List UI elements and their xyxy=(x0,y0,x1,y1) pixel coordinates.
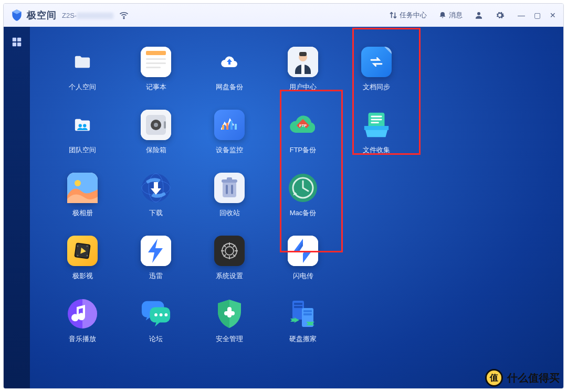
app-ftp-backup[interactable]: FTPFTP备份 xyxy=(271,105,334,168)
svg-point-48 xyxy=(77,255,79,257)
svg-rect-36 xyxy=(223,182,236,197)
app-mac-backup[interactable]: Mac备份 xyxy=(271,168,334,231)
app-window: 极空间 Z2S- 任务中心 消息 — ▢ ✕ xyxy=(3,3,564,389)
messages-label: 消息 xyxy=(449,10,463,20)
app-label: 闪电传 xyxy=(293,271,313,281)
app-notepad[interactable]: 记事本 xyxy=(124,43,187,105)
svg-line-57 xyxy=(224,245,226,247)
brand-text: 极空间 xyxy=(27,9,57,22)
svg-rect-40 xyxy=(231,185,233,194)
security-mgmt-icon xyxy=(214,299,245,329)
svg-text:FTP: FTP xyxy=(299,123,307,128)
app-label: 下载 xyxy=(149,208,163,218)
app-label: 设备监控 xyxy=(216,145,243,155)
video-icon xyxy=(67,236,98,266)
svg-point-49 xyxy=(87,255,88,257)
app-label: FTP备份 xyxy=(290,145,317,155)
svg-line-58 xyxy=(233,255,235,257)
svg-rect-38 xyxy=(227,177,232,181)
svg-line-59 xyxy=(233,245,235,247)
app-download[interactable]: 下载 xyxy=(124,168,187,231)
app-label: 个人空间 xyxy=(69,82,96,92)
user-center-icon xyxy=(288,47,318,77)
minimize-button[interactable]: — xyxy=(517,11,526,19)
svg-rect-28 xyxy=(371,116,382,118)
svg-point-19 xyxy=(154,123,158,127)
app-cloud-backup[interactable]: 网盘备份 xyxy=(198,43,261,105)
app-label: 文件收集 xyxy=(363,145,390,155)
svg-rect-74 xyxy=(294,306,302,308)
desktop: 个人空间记事本网盘备份用户中心文档同步团队空间保险箱设备监控FTPFTP备份文件… xyxy=(30,27,563,388)
brand-block: 极空间 xyxy=(10,8,57,22)
svg-point-14 xyxy=(79,124,82,127)
safe-box-icon xyxy=(141,110,171,140)
svg-rect-23 xyxy=(230,121,233,130)
app-label: 文档同步 xyxy=(363,82,390,92)
app-safe-box[interactable]: 保险箱 xyxy=(124,105,187,168)
app-label: 极相册 xyxy=(72,208,93,218)
photo-album-icon xyxy=(67,173,98,203)
app-label: 用户中心 xyxy=(289,82,317,92)
svg-point-67 xyxy=(154,313,158,316)
svg-point-47 xyxy=(87,246,88,247)
svg-rect-9 xyxy=(146,62,166,64)
file-collect-icon xyxy=(361,110,392,140)
watermark-text: 什么值得买 xyxy=(507,371,560,385)
app-label: 保险箱 xyxy=(146,145,166,155)
mac-backup-icon xyxy=(288,173,318,203)
app-lightning-transfer[interactable]: 闪电传 xyxy=(271,231,334,294)
app-label: 极影视 xyxy=(72,271,93,281)
user-icon[interactable] xyxy=(471,7,487,23)
close-button[interactable]: ✕ xyxy=(549,11,557,19)
download-icon xyxy=(141,173,171,203)
app-system-settings[interactable]: 系统设置 xyxy=(198,231,261,294)
titlebar: 极空间 Z2S- 任务中心 消息 — ▢ ✕ xyxy=(4,4,563,27)
svg-point-1 xyxy=(477,12,480,15)
app-doc-sync[interactable]: 文档同步 xyxy=(345,43,408,105)
svg-rect-73 xyxy=(294,303,302,305)
app-music-play[interactable]: 音乐播放 xyxy=(51,294,114,357)
svg-point-15 xyxy=(83,124,86,127)
app-label: Mac备份 xyxy=(290,208,317,218)
svg-rect-10 xyxy=(146,67,161,68)
messages-button[interactable]: 消息 xyxy=(435,8,466,22)
app-team-space[interactable]: 团队空间 xyxy=(51,105,114,168)
app-xunlei[interactable]: 迅雷 xyxy=(124,231,187,294)
svg-rect-27 xyxy=(369,113,385,128)
maximize-button[interactable]: ▢ xyxy=(533,11,541,19)
svg-rect-24 xyxy=(235,124,237,130)
app-security-mgmt[interactable]: 安全管理 xyxy=(198,294,261,357)
app-device-monitor[interactable]: 设备监控 xyxy=(198,105,261,168)
svg-point-52 xyxy=(225,247,234,255)
forum-icon xyxy=(141,299,171,329)
app-disk-migrate[interactable]: 硬盘搬家 xyxy=(271,294,334,357)
app-personal-space[interactable]: 个人空间 xyxy=(51,43,114,105)
task-center-label: 任务中心 xyxy=(400,10,427,20)
svg-rect-39 xyxy=(226,185,228,194)
workspace: 个人空间记事本网盘备份用户中心文档同步团队空间保险箱设备监控FTPFTP备份文件… xyxy=(4,27,563,388)
app-video[interactable]: 极影视 xyxy=(51,231,114,294)
app-label: 网盘备份 xyxy=(216,82,243,92)
watermark-badge: 值 xyxy=(485,369,503,387)
app-photo-album[interactable]: 极相册 xyxy=(51,168,114,231)
app-file-collect[interactable]: 文件收集 xyxy=(345,105,408,168)
svg-point-68 xyxy=(160,313,163,316)
svg-rect-3 xyxy=(17,38,21,41)
app-label: 硬盘搬家 xyxy=(289,334,317,344)
svg-rect-76 xyxy=(303,310,312,312)
svg-rect-22 xyxy=(226,123,228,130)
svg-point-0 xyxy=(123,18,124,19)
disk-migrate-icon xyxy=(288,299,318,329)
settings-icon[interactable] xyxy=(492,7,508,23)
app-user-center[interactable]: 用户中心 xyxy=(271,43,334,105)
device-name: Z2S- xyxy=(62,12,113,19)
ftp-backup-icon: FTP xyxy=(288,110,318,140)
app-forum[interactable]: 论坛 xyxy=(124,294,187,357)
app-recycle-bin[interactable]: 回收站 xyxy=(198,168,261,231)
svg-rect-21 xyxy=(222,125,224,130)
task-center-button[interactable]: 任务中心 xyxy=(386,8,430,22)
apps-grid-icon[interactable] xyxy=(11,36,23,48)
system-settings-icon xyxy=(214,236,245,266)
app-grid: 个人空间记事本网盘备份用户中心文档同步团队空间保险箱设备监控FTPFTP备份文件… xyxy=(51,43,542,357)
app-label: 音乐播放 xyxy=(69,334,96,344)
